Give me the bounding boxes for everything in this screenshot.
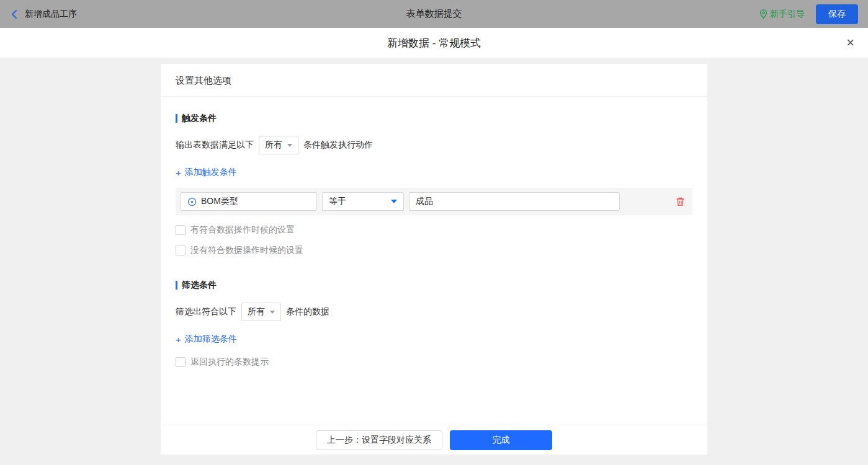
back-icon[interactable] xyxy=(10,9,19,19)
add-trigger-condition-link[interactable]: + 添加触发条件 xyxy=(176,167,237,178)
plus-icon: + xyxy=(176,334,181,345)
return-count-label: 返回执行的条数提示 xyxy=(190,356,269,368)
chevron-down-icon xyxy=(287,144,292,147)
dropdown-caret-icon xyxy=(391,200,397,203)
trash-icon xyxy=(676,197,685,206)
section-accent-bar xyxy=(176,114,177,123)
no-match-label: 没有符合数据操作时候的设置 xyxy=(190,245,303,256)
close-icon[interactable]: × xyxy=(846,36,854,50)
no-match-setting-row: 没有符合数据操作时候的设置 xyxy=(176,245,692,256)
top-toolbar: 新增成品工序 表单数据提交 新手引导 保存 xyxy=(0,0,868,28)
return-count-checkbox[interactable] xyxy=(176,357,186,367)
has-match-label: 有符合数据操作时候的设置 xyxy=(190,224,295,236)
filter-match-mode-select[interactable]: 所有 xyxy=(241,303,281,321)
condition-field-value: BOM类型 xyxy=(201,196,238,207)
condition-field-select[interactable]: BOM类型 xyxy=(181,192,317,211)
trigger-match-mode-value: 所有 xyxy=(265,140,282,151)
card-footer: 上一步：设置字段对应关系 完成 xyxy=(161,425,707,454)
page-title: 表单数据提交 xyxy=(0,8,868,20)
trigger-sentence: 输出表数据满足以下 所有 条件触发执行动作 xyxy=(176,136,692,154)
add-filter-condition-label: 添加筛选条件 xyxy=(185,334,237,345)
done-button[interactable]: 完成 xyxy=(450,430,552,450)
add-trigger-condition-label: 添加触发条件 xyxy=(185,167,237,178)
guide-label: 新手引导 xyxy=(770,9,805,20)
back-label[interactable]: 新增成品工序 xyxy=(25,9,77,20)
card-content: 触发条件 输出表数据满足以下 所有 条件触发执行动作 + 添加触发条件 xyxy=(161,97,707,425)
options-card: 设置其他选项 触发条件 输出表数据满足以下 所有 条件触发执行动作 + 添加触发… xyxy=(161,64,707,454)
no-match-checkbox[interactable] xyxy=(176,246,186,255)
condition-operator-value: 等于 xyxy=(329,196,346,207)
section-accent-bar xyxy=(176,281,177,290)
map-pin-icon xyxy=(759,9,767,19)
has-match-setting-row: 有符合数据操作时候的设置 xyxy=(176,224,692,236)
chevron-down-icon xyxy=(270,311,275,314)
previous-step-button[interactable]: 上一步：设置字段对应关系 xyxy=(316,430,442,450)
return-count-row: 返回执行的条数提示 xyxy=(176,356,692,368)
add-filter-condition-link[interactable]: + 添加筛选条件 xyxy=(176,334,237,345)
delete-condition-button[interactable] xyxy=(676,197,687,206)
filter-match-mode-value: 所有 xyxy=(248,306,265,317)
modal-body: 设置其他选项 触发条件 输出表数据满足以下 所有 条件触发执行动作 + 添加触发… xyxy=(0,58,868,465)
beginner-guide-link[interactable]: 新手引导 xyxy=(759,9,805,20)
filter-sentence: 筛选出符合以下 所有 条件的数据 xyxy=(176,303,692,321)
save-button[interactable]: 保存 xyxy=(816,4,858,24)
modal-title: 新增数据 - 常规模式 xyxy=(387,36,481,50)
trigger-prefix: 输出表数据满足以下 xyxy=(176,140,254,151)
chevron-left-icon xyxy=(10,9,19,19)
trigger-title-text: 触发条件 xyxy=(182,113,217,124)
has-match-checkbox[interactable] xyxy=(176,225,186,235)
filter-prefix: 筛选出符合以下 xyxy=(176,306,236,317)
filter-section-title: 筛选条件 xyxy=(176,280,692,291)
condition-operator-select[interactable]: 等于 xyxy=(322,192,404,211)
modal-header: 新增数据 - 常规模式 × xyxy=(0,28,868,58)
card-header: 设置其他选项 xyxy=(161,64,707,97)
filter-title-text: 筛选条件 xyxy=(182,280,217,291)
trigger-suffix: 条件触发执行动作 xyxy=(303,140,373,151)
field-target-icon xyxy=(187,197,197,206)
trigger-condition-row: BOM类型 等于 xyxy=(176,188,692,215)
trigger-match-mode-select[interactable]: 所有 xyxy=(259,136,298,154)
filter-suffix: 条件的数据 xyxy=(286,306,329,317)
trigger-section-title: 触发条件 xyxy=(176,113,692,124)
plus-icon: + xyxy=(176,167,181,178)
condition-value-input[interactable] xyxy=(409,192,620,211)
